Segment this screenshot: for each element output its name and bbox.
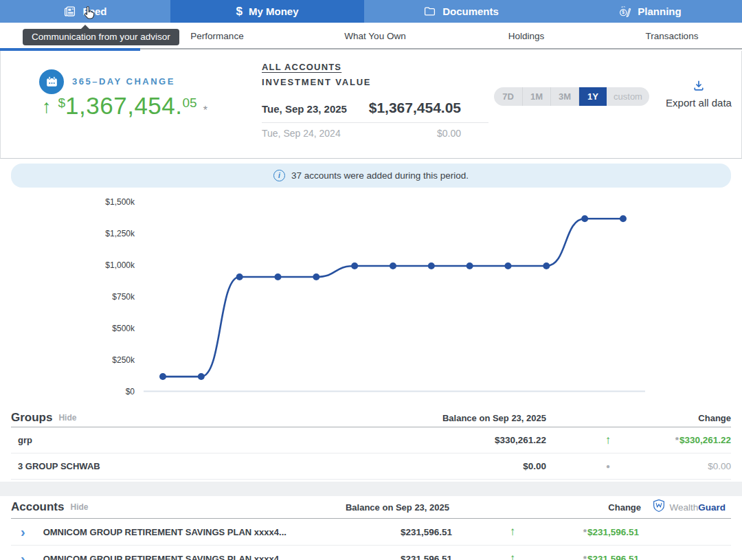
time-range-selector: 7D1M3M1Ycustom (494, 87, 649, 106)
active-section-indicator (0, 48, 140, 51)
tab-documents[interactable]: Documents (364, 0, 558, 23)
range-button-3m[interactable]: 3M (551, 87, 579, 106)
tab-planning[interactable]: $ Planning (558, 0, 742, 23)
balance-line (163, 219, 623, 377)
y-tick-label: $1,500k (105, 197, 135, 207)
tab-planning-label: Planning (638, 5, 681, 17)
balance-chart: $1,500k$1,250k$1,000k$750k$500k$250k$0 (0, 192, 742, 402)
y-tick-label: $1,000k (105, 260, 135, 270)
dollar-icon: $ (236, 5, 243, 19)
data-point (543, 262, 550, 269)
accounts-section: Accounts Hide Balance on Sep 23, 2025 Ch… (0, 496, 742, 560)
chevron-right-icon[interactable]: › (21, 552, 25, 560)
subnav-item-performance[interactable]: Performance (190, 31, 243, 41)
groups-section: Groups Hide Balance on Sep 23, 2025 Chan… (0, 409, 742, 480)
newspaper-icon (63, 5, 76, 18)
export-all-data-button[interactable]: Export all data (657, 80, 741, 109)
svg-text:$: $ (622, 10, 625, 15)
change-cents: 05 (183, 96, 197, 111)
accounts-rows: ›OMNICOM GROUP RETIREMENT SAVINGS PLAN x… (0, 519, 742, 560)
value-amount-start: $0.00 (437, 128, 461, 139)
data-point (504, 262, 511, 269)
group-row[interactable]: grp$330,261.22↑*$330,261.22 (11, 427, 731, 453)
value-date-current: Tue, Sep 23, 2025 (262, 103, 347, 115)
row-name: OMNICOM GROUP RETIREMENT SAVINGS PLAN xx… (43, 527, 286, 537)
change-asterisk: * (583, 554, 587, 560)
range-button-1y[interactable]: 1Y (579, 87, 607, 106)
up-arrow-icon: ↑ (42, 98, 52, 116)
subnav-item-holdings[interactable]: Holdings (508, 31, 545, 41)
value-divider (262, 122, 488, 123)
groups-title: Groups (11, 411, 52, 425)
accounts-added-banner: i 37 accounts were added during this per… (11, 164, 731, 188)
up-arrow-icon: ↑ (505, 552, 520, 560)
range-button-1m[interactable]: 1M (523, 87, 551, 106)
data-point (198, 373, 205, 380)
all-accounts-label[interactable]: ALL ACCOUNTS (262, 62, 341, 72)
row-balance: $231,596.51 (401, 554, 452, 560)
change-value: $0.00 (708, 461, 731, 471)
shield-icon (653, 499, 665, 515)
row-change: *$231,596.51 (583, 527, 639, 537)
row-balance: $231,596.51 (401, 527, 452, 537)
change-asterisk: * (675, 435, 679, 445)
value-date-start: Tue, Sep 24, 2024 (262, 128, 341, 139)
y-tick-label: $500k (112, 324, 135, 333)
tooltip-text: Communication from your advisor (32, 32, 170, 42)
period-change-value: ↑ $ 1,367,454. 05 * (42, 93, 207, 119)
row-name: 3 GROUP SCHWAB (18, 461, 100, 471)
data-point (159, 373, 166, 380)
investment-value-label: INVESTMENT VALUE (262, 77, 488, 87)
feed-tooltip: Communication from your advisor (23, 29, 179, 45)
section-divider-band (0, 482, 742, 496)
change-value: $231,596.51 (587, 554, 639, 560)
tab-documents-label: Documents (442, 5, 499, 17)
y-tick-label: $250k (112, 355, 135, 365)
chevron-right-icon[interactable]: › (21, 526, 25, 538)
y-tick-label: $750k (112, 292, 135, 302)
download-icon (692, 80, 706, 95)
range-button-7d[interactable]: 7D (494, 87, 523, 106)
account-row[interactable]: ›OMNICOM GROUP RETIREMENT SAVINGS PLAN x… (11, 546, 731, 560)
account-row[interactable]: ›OMNICOM GROUP RETIREMENT SAVINGS PLAN x… (11, 519, 731, 546)
value-row-start: Tue, Sep 24, 2024 $0.00 (262, 128, 488, 139)
subnav-item-transactions[interactable]: Transactions (646, 31, 699, 41)
banner-text: 37 accounts were added during this perio… (291, 170, 469, 181)
row-name: grp (18, 435, 32, 445)
calendar-icon (39, 69, 64, 94)
change-currency: $ (58, 96, 66, 111)
investment-value-panel: ALL ACCOUNTS INVESTMENT VALUE Tue, Sep 2… (262, 60, 488, 139)
range-button-custom[interactable]: custom (607, 87, 649, 106)
up-arrow-icon: ↑ (505, 525, 520, 539)
accounts-balance-header: Balance on Sep 23, 2025 (346, 502, 449, 513)
up-arrow-icon: ↑ (600, 434, 616, 447)
y-tick-label: $1,250k (105, 229, 135, 238)
row-change: $0.00 (707, 461, 731, 471)
flat-dot-icon: ● (600, 462, 616, 470)
brand-wealth: Wealth (669, 502, 698, 513)
data-point (581, 215, 588, 222)
data-point (390, 262, 396, 269)
planning-calculator-icon: $ (618, 5, 631, 18)
accounts-change-header: Change (608, 502, 641, 513)
groups-balance-header: Balance on Sep 23, 2025 (442, 413, 546, 423)
data-point (236, 273, 243, 280)
change-asterisk: * (583, 527, 587, 537)
data-point (274, 273, 281, 280)
summary-card: 365–DAY CHANGE ↑ $ 1,367,454. 05 * ALL A… (0, 51, 742, 159)
data-point (428, 262, 435, 269)
data-point (313, 273, 319, 280)
subnav-item-what-you-own[interactable]: What You Own (344, 31, 405, 41)
accounts-hide-link[interactable]: Hide (70, 502, 88, 512)
info-icon: i (273, 170, 285, 181)
accounts-header: Accounts Hide Balance on Sep 23, 2025 Ch… (11, 496, 731, 519)
footnote-asterisk: * (203, 104, 207, 117)
value-row-current: Tue, Sep 23, 2025 $1,367,454.05 (262, 100, 488, 116)
change-value: $231,596.51 (587, 527, 639, 537)
groups-header: Groups Hide Balance on Sep 23, 2025 Chan… (11, 409, 731, 427)
brand-guard: Guard (698, 502, 726, 513)
tab-my-money[interactable]: $ My Money (170, 0, 364, 23)
group-row[interactable]: 3 GROUP SCHWAB$0.00●$0.00 (11, 453, 731, 480)
data-point (351, 262, 358, 269)
groups-hide-link[interactable]: Hide (58, 413, 76, 423)
